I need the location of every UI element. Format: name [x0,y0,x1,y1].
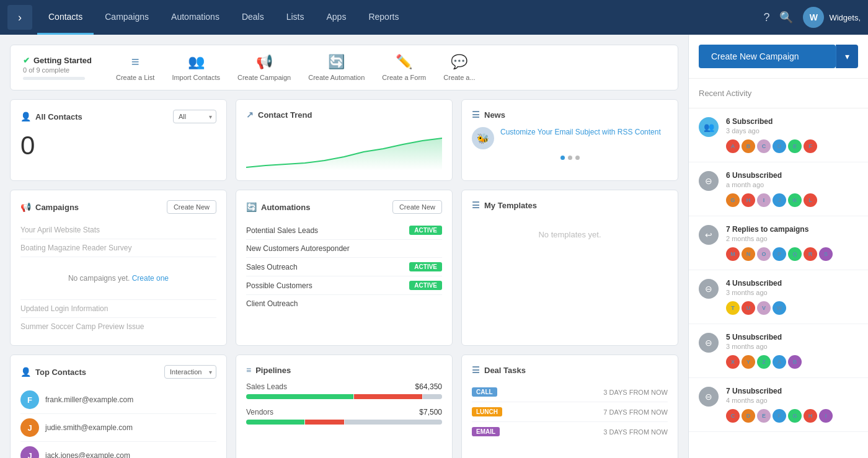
reply-icon-2: ↩ [699,225,719,245]
no-campaigns-msg: No campaigns yet. Create one [20,262,216,295]
my-templates-title: ☰ My Templates [472,200,537,210]
recent-activity-title: Recent Activity [699,89,751,98]
contact-trend-widget: ↗ Contact Trend [236,99,453,181]
dashboard-row-2: 📢 Campaigns Create New Your April Websit… [10,190,678,346]
search-icon[interactable]: 🔍 [779,11,793,24]
activity-item-4: ⊖ 5 Unsubscribed 3 months ago X Y Z A B [689,324,868,378]
contacts-icon: 👤 [20,112,31,121]
gs-step-automation[interactable]: 🔄 Create Automation [308,54,365,81]
news-dots [472,156,668,160]
activity-avatars-4: X Y Z A B [726,355,858,369]
contacts-count: 0 [20,131,216,161]
news-dot-1[interactable] [560,156,565,160]
news-item: 🐝 Customize Your Email Subject with RSS … [472,127,668,149]
pipeline-name-1: Vendors [246,408,273,416]
activity-content-3: 4 Unsubscribed 3 months ago T U V W [726,279,858,315]
campaigns-create-btn[interactable]: Create New [167,200,216,214]
nav-toggle[interactable]: › [7,5,32,30]
nav-item-deals[interactable]: Deals [231,0,275,35]
deal-badge-2: EMAIL [472,427,500,436]
gs-step-label-automation: Create Automation [308,74,365,81]
activity-content-0: 6 Subscribed 3 days ago A B C D E F [726,117,858,153]
news-link[interactable]: Customize Your Email Subject with RSS Co… [500,128,661,136]
bar-green-0 [246,394,353,399]
create-campaign-dropdown-btn[interactable]: ▾ [836,45,858,68]
news-avatar: 🐝 [472,127,494,149]
activity-time-4: 3 months ago [726,343,858,350]
nav-item-apps[interactable]: Apps [316,0,358,35]
automations-header: 🔄 Automations Create New [246,200,442,214]
subscribe-icon-0: 👥 [699,117,719,137]
contacts-filter-select[interactable]: All Active Inactive [173,110,216,123]
all-contacts-header: 👤 All Contacts All Active Inactive [20,110,216,123]
templates-icon: ☰ [472,200,480,210]
gs-step-form[interactable]: ✏️ Create a Form [382,54,426,81]
top-contacts-list: F frank.miller@example.com J judie.smith… [20,386,216,458]
contacts-filter-wrap[interactable]: All Active Inactive [173,110,216,123]
nav-item-campaigns[interactable]: Campaigns [94,0,160,35]
deal-time-0: 3 DAYS FROM NOW [603,389,668,396]
activity-content-5: 7 Unsubscribed 4 months ago C D E F G H … [726,387,858,423]
auto-item-2: Sales Outreach ACTIVE [246,258,442,276]
auto-item-0: Potential Sales Leads ACTIVE [246,221,442,240]
top-contacts-label: Top Contacts [35,368,86,377]
nav-item-contacts[interactable]: Contacts [37,0,94,35]
all-contacts-label: All Contacts [35,112,82,121]
campaign-item-3: Updated Login Information [20,300,216,318]
auto-name-0: Potential Sales Leads [246,226,318,235]
activity-item-5: ⊖ 7 Unsubscribed 4 months ago C D E F G … [689,378,868,432]
check-icon: ✔ [23,56,30,65]
nav-item-lists[interactable]: Lists [275,0,316,35]
contact-item-2: J jack.jones@example.com [20,442,216,458]
create-new-campaign-btn[interactable]: Create New Campaign [699,45,836,68]
trend-svg [246,127,442,170]
my-templates-header: ☰ My Templates [472,200,668,210]
contact-avatar-2: J [20,446,39,458]
nav-item-automations[interactable]: Automations [160,0,231,35]
list-icon: ≡ [131,54,140,70]
activity-item-2: ↩ 7 Replies to campaigns 2 months ago M … [689,216,868,270]
activity-content-1: 6 Unsubscribed a month ago G H I J K L [726,171,858,207]
gs-step-label-campaign: Create Campaign [237,74,291,81]
top-contacts-title: 👤 Top Contacts [20,367,86,377]
activity-title-2: 7 Replies to campaigns [726,225,858,234]
bar-gray-0 [423,394,442,399]
deal-item-2: EMAIL 3 DAYS FROM NOW [472,422,668,441]
news-dot-2[interactable] [568,156,572,160]
automations-create-btn[interactable]: Create New [392,200,442,214]
news-header: ☰ News [472,110,668,120]
campaign-icon: 📢 [256,54,273,70]
activity-title-4: 5 Unsubscribed [726,333,858,341]
create-one-link[interactable]: Create one [132,274,169,283]
gs-left: ✔ Getting Started 0 of 9 complete [23,56,97,80]
gs-step-label-form: Create a Form [382,74,426,81]
dashboard-row-3: 👤 Top Contacts Interaction Recent Score … [10,355,678,458]
top-contacts-filter-wrap[interactable]: Interaction Recent Score [164,365,216,379]
auto-badge-2: ACTIVE [409,262,442,271]
contact-email-2: jack.jones@example.com [45,451,130,458]
gs-step-import[interactable]: 👥 Import Contacts [172,54,220,81]
news-dot-3[interactable] [575,156,580,160]
extra-icon: 💬 [451,54,467,70]
gs-step-campaign[interactable]: 📢 Create Campaign [237,54,291,81]
campaigns-icon: 📢 [20,202,31,212]
sidebar: Create New Campaign ▾ Recent Activity 👥 … [688,35,868,458]
contact-avatar-0: F [20,390,39,409]
nav-items: Contacts Campaigns Automations Deals Lis… [37,0,763,35]
gs-step-list[interactable]: ≡ Create a List [116,54,154,81]
create-campaign-area: Create New Campaign ▾ [699,45,858,68]
pipelines-title: ≡ Pipelines [246,365,291,375]
nav-item-reports[interactable]: Reports [357,0,410,35]
bar-red-0 [354,394,422,399]
gs-steps: ≡ Create a List 👥 Import Contacts 📢 Crea… [116,54,665,81]
activity-item-0: 👥 6 Subscribed 3 days ago A B C D E F [689,108,868,162]
top-contacts-filter-select[interactable]: Interaction Recent Score [164,365,216,379]
gs-step-extra[interactable]: 💬 Create a... [443,54,475,81]
user-menu[interactable]: W Widgets, [803,7,861,28]
templates-empty: No templates yet. [472,218,668,252]
pipeline-item-0: Sales Leads $64,350 [246,382,442,399]
activity-title-1: 6 Unsubscribed [726,171,858,180]
help-icon[interactable]: ? [763,11,769,24]
pipeline-bar-1 [246,420,442,425]
automations-widget: 🔄 Automations Create New Potential Sales… [236,190,453,346]
